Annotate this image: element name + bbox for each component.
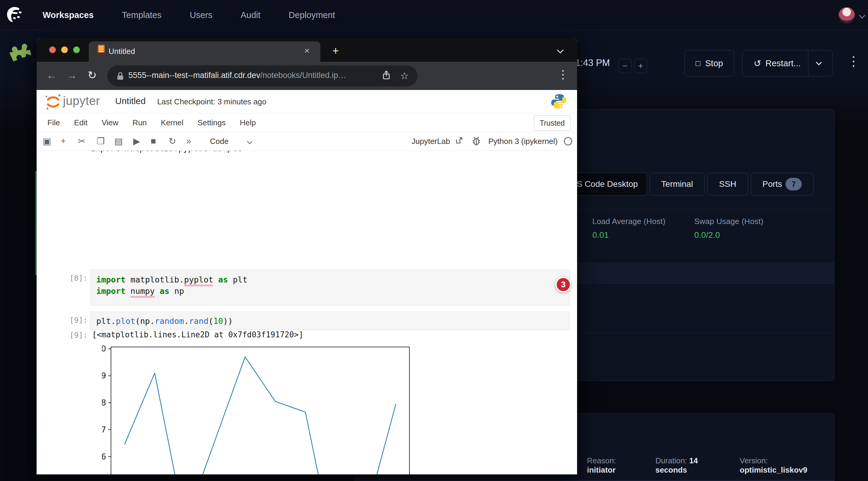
cell-type-chevron-icon[interactable] [247,138,252,144]
browser-tabstrip: Untitled × + [37,38,577,62]
menu-view[interactable]: View [102,118,119,127]
user-menu-chevron-icon[interactable] [859,12,865,19]
browser-window: Untitled × + ← → ↻ 5555--main--test--mat… [37,38,577,474]
svg-text:0.7: 0.7 [102,425,106,434]
kernel-name[interactable]: Python 3 (ipykernel) [488,137,558,146]
svg-text:0.8: 0.8 [102,398,106,407]
share-icon[interactable] [382,70,391,81]
cell-type-select[interactable]: Code [210,137,228,146]
close-tab-icon[interactable]: × [304,45,310,56]
menu-file[interactable]: File [48,118,60,127]
workspace-tab-terminal[interactable]: Terminal [650,173,705,195]
screen: 1:43 PM − + □ Stop ↺ Restart... ⋮ VS Cod… [0,0,868,481]
zoom-in-button[interactable]: + [634,59,647,73]
url-host: 5555--main--test--matifali.atif.cdr.dev [128,71,260,80]
trusted-button[interactable]: Trusted [534,115,570,131]
menu-help[interactable]: Help [240,118,255,127]
menu-settings[interactable]: Settings [197,118,225,127]
workspace-stats: Load Average (Host)0.01Swap Usage (Host)… [592,217,763,240]
restart-options-chevron[interactable] [816,59,822,65]
notification-badge[interactable]: 3 [555,277,571,292]
jupyter-menubar: FileEditViewRunKernelSettingsHelp Truste… [37,114,577,132]
reload-icon[interactable]: ↻ [88,69,97,82]
svg-text:1.0: 1.0 [102,344,106,353]
interrupt-kernel-icon[interactable]: ■ [151,136,156,146]
menu-edit[interactable]: Edit [74,118,88,127]
run-cell-icon[interactable]: ▶ [133,136,140,146]
save-icon[interactable]: ▣ [42,136,51,146]
workspace-tab-ports[interactable]: Ports7 [751,173,813,195]
forward-icon[interactable]: → [67,69,78,82]
coder-logo[interactable] [5,7,23,25]
zoom-window-button[interactable] [73,46,80,53]
stat-block: Swap Usage (Host)0.0/2.0 [694,217,764,240]
bookmark-star-icon[interactable]: ☆ [400,70,409,82]
code-cell-input[interactable]: plt.plot(np.random.rand(10)) [90,312,570,330]
kernel-status-icon [564,137,572,146]
cell-input-prompt: [8]: [62,274,88,283]
workspace-menu-kebab[interactable]: ⋮ [847,53,860,69]
lock-icon [116,71,124,81]
cut-cell-icon[interactable]: ✂ [78,136,86,146]
browser-tab[interactable]: Untitled × [89,41,320,62]
external-link-icon[interactable] [455,137,463,144]
workspace-tab-ssh[interactable]: SSH [707,173,748,195]
menu-kernel[interactable]: Kernel [161,118,183,127]
menu-run[interactable]: Run [132,118,147,127]
browser-menu-kebab[interactable]: ⋮ [557,68,569,81]
restart-kernel-icon[interactable]: ↻ [168,136,176,146]
notebook-area: import matplotlib.pyplot as plt [8]: imp… [37,151,577,474]
clipped-cell-text: import matplotlib.pyplot as plt [91,151,480,155]
button-divider [808,51,809,76]
nav-item-audit[interactable]: Audit [241,10,260,20]
nav-item-deployment[interactable]: Deployment [288,10,335,20]
jupyter-wordmark: jupyter [63,94,100,108]
python-logo [550,93,567,111]
restart-workspace-button[interactable]: ↺ Restart... [742,50,833,76]
nav-item-users[interactable]: Users [190,10,213,20]
tab-title: Untitled [108,47,135,56]
browser-toolbar: ← → ↻ 5555--main--test--matifali.atif.cd… [37,62,577,90]
cell-input-prompt: [9]: [62,316,88,324]
copy-cell-icon[interactable]: ❐ [97,136,105,146]
tab-search-chevron-icon[interactable] [557,47,564,54]
meta-reason: Reason: initiator [587,456,645,475]
meta-duration: Duration: 14 seconds [655,456,729,475]
nav-item-workspaces[interactable]: Workspaces [42,10,94,20]
insert-cell-icon[interactable]: + [61,136,66,146]
workspace-clock: 1:43 PM [575,58,610,68]
url-bar[interactable]: 5555--main--test--matifali.atif.cdr.dev/… [107,65,417,86]
checkpoint-status: Last Checkpoint: 3 minutes ago [157,97,266,106]
user-avatar[interactable] [839,7,855,23]
url-path: /notebooks/Untitled.ip… [260,71,346,80]
notebook-title[interactable]: Untitled [115,96,146,106]
top-navbar: WorkspacesTemplatesUsersAuditDeployment [0,0,868,30]
stat-block: Load Average (Host)0.01 [592,217,665,240]
url-text: 5555--main--test--matifali.atif.cdr.dev/… [128,71,346,80]
code-line: plt.plot(np.random.rand(10)) [96,316,564,327]
code-cell-input[interactable]: import matplotlib.pyplot as pltimport nu… [90,269,570,306]
stop-workspace-button[interactable]: □ Stop [684,50,734,76]
minimize-window-button[interactable] [61,46,68,53]
cell-output-prompt: [9]: [62,331,88,340]
meta-version: Version: optimistic_liskov9 [740,456,834,475]
svg-text:0.6: 0.6 [102,452,106,461]
jupyter-logo [44,93,62,111]
back-icon[interactable]: ← [46,69,57,82]
jupyter-header: jupyter Untitled Last Checkpoint: 3 minu… [37,90,577,114]
restart-icon: ↺ [754,58,761,69]
code-line: import numpy as np [96,286,564,297]
paste-cell-icon[interactable]: ▤ [114,136,123,146]
build-meta-row: Reason: initiatorDuration: 14 secondsVer… [587,456,834,475]
jupyter-toolbar: ▣ + ✂ ❐ ▤ ▶ ■ ↻ » Code JupyterLab Python… [37,132,577,151]
debugger-bug-icon[interactable] [472,136,480,146]
new-tab-button[interactable]: + [332,44,339,57]
matplotlib-figure: 0.20.30.40.50.60.70.80.91.002468 [102,344,420,474]
nav-item-templates[interactable]: Templates [122,10,161,20]
run-all-icon[interactable]: » [186,136,190,146]
jupyterlab-link[interactable]: JupyterLab [411,137,450,146]
zoom-out-button[interactable]: − [618,59,632,73]
top-nav-items: WorkspacesTemplatesUsersAuditDeployment [42,0,335,30]
close-window-button[interactable] [49,46,56,53]
stop-square-icon: □ [695,59,700,68]
